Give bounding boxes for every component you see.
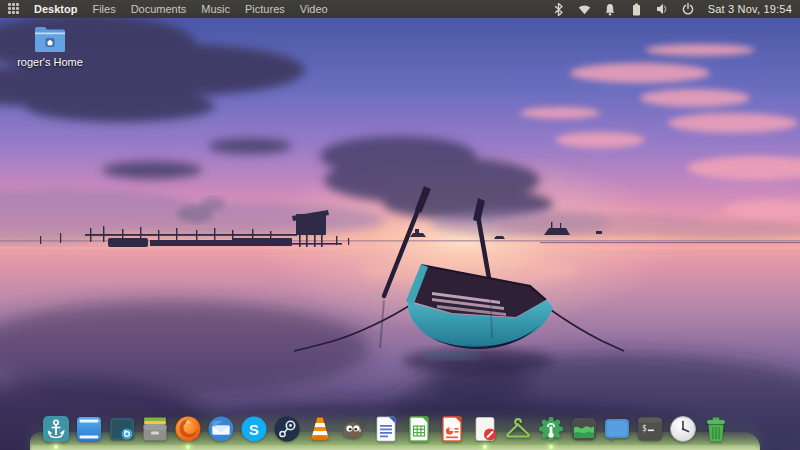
dock-messages-icon[interactable] bbox=[603, 415, 631, 443]
dock-clock-icon[interactable] bbox=[669, 415, 697, 443]
top-panel: Desktop Files Documents Music Pictures V… bbox=[0, 0, 800, 18]
dock-wardrobe-hanger-icon[interactable] bbox=[504, 415, 532, 443]
dock-libreoffice-calc-icon[interactable] bbox=[405, 415, 433, 443]
dock-screenshot-icon[interactable] bbox=[108, 415, 136, 443]
dock-skype-icon[interactable]: S bbox=[240, 415, 268, 443]
dock-libreoffice-writer-icon[interactable] bbox=[372, 415, 400, 443]
desktop-icon-home[interactable]: roger's Home bbox=[18, 26, 82, 68]
menu-pictures[interactable]: Pictures bbox=[245, 3, 285, 15]
menu-documents[interactable]: Documents bbox=[131, 3, 187, 15]
volume-icon[interactable] bbox=[656, 3, 669, 16]
dock-gimp-icon[interactable] bbox=[339, 415, 367, 443]
svg-text:$: $ bbox=[642, 424, 647, 433]
wallpaper-sunset-boat bbox=[0, 18, 800, 450]
dock-text-editor-icon[interactable] bbox=[471, 415, 499, 443]
dock-steam-icon[interactable] bbox=[273, 415, 301, 443]
battery-icon[interactable] bbox=[630, 3, 643, 16]
dock-terminal-icon[interactable]: $ bbox=[636, 415, 664, 443]
dock-shelf-edge bbox=[32, 445, 758, 450]
dock-firefox-icon[interactable] bbox=[174, 415, 202, 443]
menu-music[interactable]: Music bbox=[201, 3, 230, 15]
power-icon[interactable] bbox=[682, 3, 695, 16]
dock-system-monitor-icon[interactable] bbox=[570, 415, 598, 443]
bluetooth-icon[interactable] bbox=[552, 3, 565, 16]
svg-text:S: S bbox=[249, 421, 259, 438]
global-menu: Desktop Files Documents Music Pictures V… bbox=[34, 3, 328, 15]
system-tray: Sat 3 Nov, 19:54 bbox=[552, 3, 792, 16]
menu-files[interactable]: Files bbox=[92, 3, 115, 15]
dock-vlc-icon[interactable] bbox=[306, 415, 334, 443]
dock: S $ bbox=[42, 415, 730, 443]
desktop-icon-label: roger's Home bbox=[17, 56, 83, 68]
wifi-icon[interactable] bbox=[578, 3, 591, 16]
menu-desktop[interactable]: Desktop bbox=[34, 3, 77, 15]
app-grid-icon[interactable] bbox=[8, 3, 22, 15]
dock-archive-manager-icon[interactable] bbox=[141, 415, 169, 443]
panel-clock[interactable]: Sat 3 Nov, 19:54 bbox=[708, 3, 792, 15]
dock-thunderbird-icon[interactable] bbox=[207, 415, 235, 443]
dock-trash-icon[interactable] bbox=[702, 415, 730, 443]
home-folder-icon bbox=[34, 26, 66, 53]
menu-video[interactable]: Video bbox=[300, 3, 328, 15]
notifications-bell-icon[interactable] bbox=[604, 3, 617, 16]
dock-desktop-preferences-icon[interactable] bbox=[75, 415, 103, 443]
dock-settings-gear-icon[interactable] bbox=[537, 415, 565, 443]
dock-libreoffice-impress-icon[interactable] bbox=[438, 415, 466, 443]
dock-plank-anchor-icon[interactable] bbox=[42, 415, 70, 443]
